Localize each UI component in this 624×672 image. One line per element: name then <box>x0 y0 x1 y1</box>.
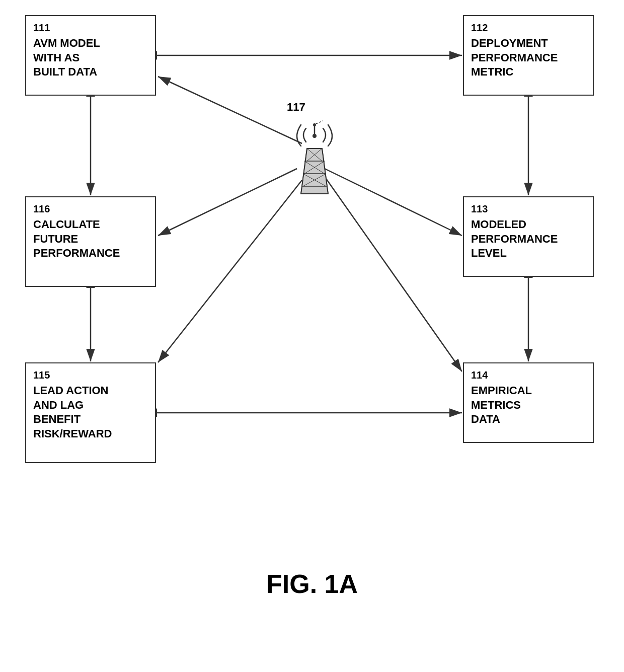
box-115: 115 LEAD ACTIONAND LAGBENEFITRISK/REWARD <box>25 362 156 463</box>
device-117: 117 <box>282 101 347 198</box>
box-115-num: 115 <box>33 368 148 382</box>
svg-line-18 <box>316 121 323 124</box>
box-116-num: 116 <box>33 202 148 215</box>
box-111-text: AVM MODELWITH ASBUILT DATA <box>33 37 100 78</box>
box-116: 116 CALCULATEFUTUREPERFORMANCE <box>25 196 156 287</box>
box-116-text: CALCULATEFUTUREPERFORMANCE <box>33 218 120 259</box>
box-112: 112 DEPLOYMENTPERFORMANCEMETRIC <box>463 15 594 96</box>
box-113-num: 113 <box>471 202 586 215</box>
svg-line-13 <box>158 180 302 362</box>
diagram: 111 AVM MODELWITH ASBUILT DATA 112 DEPLO… <box>0 0 624 554</box>
svg-line-14 <box>326 179 462 371</box>
svg-point-17 <box>313 123 316 126</box>
box-112-text: DEPLOYMENTPERFORMANCEMETRIC <box>471 37 558 78</box>
box-112-num: 112 <box>471 21 586 34</box>
figure-label: FIG. 1A <box>0 554 624 599</box>
box-114: 114 EMPIRICALMETRICSDATA <box>463 362 594 443</box>
box-114-num: 114 <box>471 368 586 382</box>
svg-marker-19 <box>301 148 328 194</box>
svg-line-11 <box>158 169 297 236</box>
device-117-icon <box>287 116 342 196</box>
box-113: 113 MODELEDPERFORMANCELEVEL <box>463 196 594 277</box>
svg-line-10 <box>158 77 302 143</box>
box-114-text: EMPIRICALMETRICSDATA <box>471 384 532 425</box>
box-111-num: 111 <box>33 21 148 34</box>
device-117-label: 117 <box>287 101 347 114</box>
svg-point-15 <box>313 134 317 138</box>
box-111: 111 AVM MODELWITH ASBUILT DATA <box>25 15 156 96</box>
box-115-text: LEAD ACTIONAND LAGBENEFITRISK/REWARD <box>33 384 112 440</box>
box-113-text: MODELEDPERFORMANCELEVEL <box>471 218 558 259</box>
